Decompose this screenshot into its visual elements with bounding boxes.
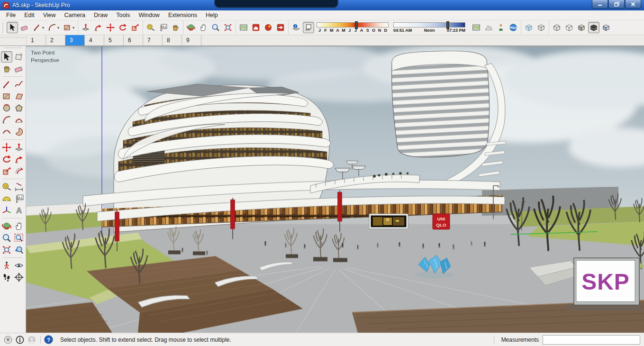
tool-shaded-with-textures[interactable] bbox=[588, 22, 599, 33]
scene-tab-2[interactable]: 2 bbox=[46, 35, 65, 46]
tool-3d-text[interactable] bbox=[13, 205, 25, 216]
minimize-button[interactable] bbox=[592, 0, 608, 9]
tool-move[interactable] bbox=[105, 22, 116, 33]
measurements-input[interactable] bbox=[543, 335, 640, 345]
tool-shapes[interactable]: ▾ bbox=[62, 22, 76, 33]
tool-eraser[interactable] bbox=[13, 63, 25, 74]
scene-tab-7[interactable]: 7 bbox=[143, 35, 163, 46]
tool-hidden-line[interactable] bbox=[563, 22, 575, 33]
tool-circle[interactable] bbox=[1, 102, 12, 114]
shadow-date-slider[interactable]: JFMAMJJASOND bbox=[317, 22, 389, 33]
menu-window[interactable]: Window bbox=[134, 11, 163, 19]
time-slider-handle[interactable] bbox=[446, 21, 449, 29]
tool-orbit[interactable] bbox=[185, 22, 197, 33]
tool-text[interactable] bbox=[13, 193, 25, 204]
help-icon[interactable]: ? bbox=[44, 335, 53, 344]
tool-preview-in-google-earth[interactable] bbox=[508, 22, 519, 33]
palette-grip[interactable] bbox=[4, 47, 22, 50]
tool-orbit[interactable] bbox=[1, 220, 12, 232]
tool-photo-textures[interactable] bbox=[495, 22, 507, 33]
menu-file[interactable]: File bbox=[2, 11, 20, 19]
tool-two-point-arc[interactable] bbox=[13, 114, 25, 126]
tool-axes[interactable] bbox=[1, 205, 12, 216]
tool-three-point-arc[interactable] bbox=[1, 126, 12, 137]
tool-toggle-terrain[interactable] bbox=[483, 22, 494, 33]
tool-rectangle[interactable] bbox=[1, 91, 12, 102]
tool-pie[interactable] bbox=[13, 126, 25, 137]
tool-3d-warehouse[interactable] bbox=[250, 22, 262, 33]
menu-tools[interactable]: Tools bbox=[112, 11, 134, 19]
scene-tab-5[interactable]: 5 bbox=[104, 35, 124, 46]
tool-select[interactable] bbox=[7, 22, 18, 33]
tool-scale[interactable] bbox=[1, 165, 12, 177]
restore-button[interactable] bbox=[608, 0, 625, 9]
dropdown-arrow-icon[interactable]: ▾ bbox=[73, 26, 74, 30]
tool-paint-bucket[interactable] bbox=[1, 63, 12, 74]
sign-in-avatar-icon[interactable] bbox=[27, 336, 36, 344]
menu-edit[interactable]: Edit bbox=[20, 11, 39, 19]
model-viewport[interactable]: UNI QLO bbox=[26, 46, 644, 333]
model-scene[interactable]: UNI QLO bbox=[26, 46, 644, 333]
scene-tab-3[interactable]: 3 bbox=[65, 35, 85, 46]
tool-rotated-rectangle[interactable] bbox=[13, 91, 25, 102]
title-bar[interactable]: A5.skp - SketchUp Pro bbox=[0, 0, 644, 10]
tool-paint-bucket[interactable] bbox=[170, 22, 181, 33]
tool-extension-warehouse[interactable] bbox=[263, 22, 274, 33]
tool-rotate[interactable] bbox=[117, 22, 128, 33]
tool-protractor[interactable] bbox=[1, 193, 12, 204]
tool-offset[interactable] bbox=[13, 165, 25, 177]
scene-tab-8[interactable]: 8 bbox=[163, 35, 182, 46]
tool-zoom-extents[interactable] bbox=[222, 22, 234, 33]
tool-monochrome[interactable] bbox=[600, 22, 612, 33]
tool-walk[interactable] bbox=[1, 272, 12, 283]
tool-x-ray[interactable] bbox=[523, 22, 535, 33]
tool-shaded[interactable] bbox=[576, 22, 587, 33]
tool-tape-measure[interactable] bbox=[145, 22, 156, 33]
scene-tab-6[interactable]: 6 bbox=[124, 35, 143, 46]
date-slider-handle[interactable] bbox=[355, 21, 358, 29]
dropdown-arrow-icon[interactable]: ▾ bbox=[42, 26, 44, 30]
tool-follow-me[interactable] bbox=[92, 22, 104, 33]
tool-follow-me[interactable] bbox=[13, 154, 25, 165]
tool-pan[interactable] bbox=[198, 22, 209, 33]
tool-zoom[interactable] bbox=[210, 22, 221, 33]
tool-text[interactable] bbox=[157, 22, 169, 33]
shadow-toggle[interactable] bbox=[303, 22, 314, 33]
tool-rotate[interactable] bbox=[1, 154, 12, 165]
menu-view[interactable]: View bbox=[39, 11, 60, 19]
scene-tab-4[interactable]: 4 bbox=[85, 35, 104, 46]
tool-zoom[interactable] bbox=[1, 232, 12, 244]
tool-zoom-extents[interactable] bbox=[1, 244, 12, 255]
tool-section-plane[interactable] bbox=[13, 272, 25, 283]
shadow-settings[interactable] bbox=[290, 22, 302, 33]
shadow-time-slider[interactable]: 04:51 AM Noon 07:23 PM bbox=[393, 22, 465, 33]
tool-eraser[interactable] bbox=[19, 22, 30, 33]
tool-send-to-layout[interactable] bbox=[275, 22, 286, 33]
tool-arc[interactable] bbox=[1, 114, 12, 126]
model-info-icon[interactable] bbox=[16, 336, 24, 344]
tool-wireframe[interactable] bbox=[551, 22, 562, 33]
tool-scale[interactable] bbox=[129, 22, 141, 33]
menu-draw[interactable]: Draw bbox=[90, 11, 112, 19]
tool-push-pull[interactable] bbox=[13, 142, 25, 153]
scene-tab-9[interactable]: 9 bbox=[182, 35, 201, 46]
tool-polygon[interactable] bbox=[13, 102, 25, 114]
menu-help[interactable]: Help bbox=[201, 11, 222, 19]
tool-push-pull[interactable] bbox=[80, 22, 91, 33]
geolocation-icon[interactable] bbox=[4, 336, 12, 344]
tool-make-component[interactable] bbox=[13, 51, 25, 63]
menu-camera[interactable]: Camera bbox=[60, 11, 90, 19]
dropdown-arrow-icon[interactable]: ▾ bbox=[57, 26, 59, 30]
tool-select[interactable] bbox=[1, 51, 12, 63]
tool-add-location[interactable] bbox=[238, 22, 249, 33]
tool-zoom-window[interactable] bbox=[13, 232, 25, 244]
tool-tape-measure[interactable] bbox=[1, 181, 12, 192]
tool-arcs[interactable]: ▾ bbox=[46, 22, 61, 33]
tool-back-edges[interactable] bbox=[535, 22, 547, 33]
tool-zoom-previous[interactable] bbox=[13, 244, 25, 255]
toolbar-grip[interactable] bbox=[2, 22, 4, 33]
tool-position-camera[interactable] bbox=[1, 260, 12, 271]
tool-freehand[interactable] bbox=[13, 79, 25, 90]
tool-pan[interactable] bbox=[13, 220, 25, 232]
scene-tab-1[interactable]: 1 bbox=[27, 35, 46, 46]
